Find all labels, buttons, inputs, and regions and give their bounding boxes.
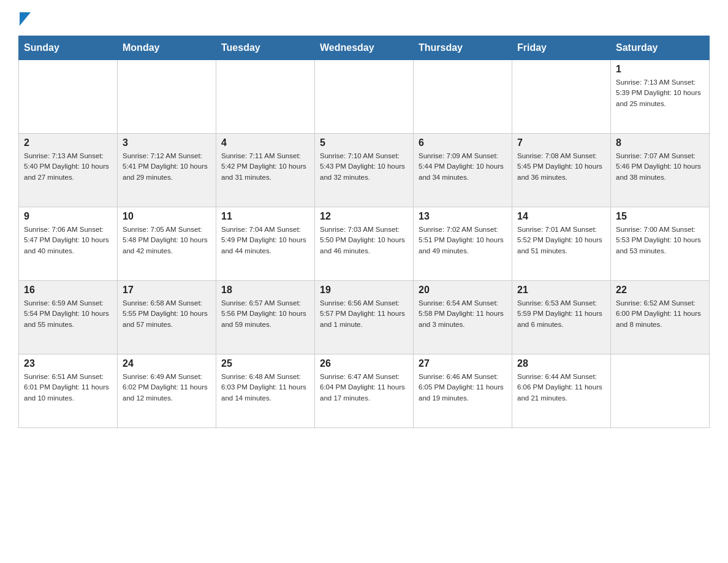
day-info: Sunrise: 6:52 AM Sunset: 6:00 PM Dayligh…	[616, 298, 704, 330]
day-info: Sunrise: 6:44 AM Sunset: 6:06 PM Dayligh…	[517, 372, 605, 404]
day-info: Sunrise: 7:08 AM Sunset: 5:45 PM Dayligh…	[517, 151, 605, 183]
calendar-cell: 6Sunrise: 7:09 AM Sunset: 5:44 PM Daylig…	[414, 134, 512, 207]
day-info: Sunrise: 7:00 AM Sunset: 5:53 PM Dayligh…	[616, 224, 704, 256]
calendar-cell: 7Sunrise: 7:08 AM Sunset: 5:45 PM Daylig…	[512, 134, 611, 207]
day-number: 22	[616, 285, 704, 296]
calendar-cell: 11Sunrise: 7:04 AM Sunset: 5:49 PM Dayli…	[216, 207, 315, 281]
day-info: Sunrise: 7:04 AM Sunset: 5:49 PM Dayligh…	[221, 224, 309, 256]
day-number: 20	[419, 285, 507, 296]
day-number: 10	[123, 211, 211, 222]
day-number: 2	[24, 137, 112, 148]
calendar-cell	[414, 60, 512, 134]
calendar-cell: 3Sunrise: 7:12 AM Sunset: 5:41 PM Daylig…	[118, 134, 216, 207]
day-number: 13	[419, 211, 507, 222]
logo-arrow-icon	[20, 12, 31, 26]
day-number: 15	[616, 211, 704, 222]
day-number: 14	[517, 211, 605, 222]
day-of-week-header: Friday	[512, 36, 611, 60]
calendar-cell	[216, 60, 315, 134]
day-info: Sunrise: 6:57 AM Sunset: 5:56 PM Dayligh…	[221, 298, 309, 330]
calendar-cell: 13Sunrise: 7:02 AM Sunset: 5:51 PM Dayli…	[414, 207, 512, 281]
day-number: 5	[320, 137, 408, 148]
day-number: 9	[24, 211, 112, 222]
day-info: Sunrise: 6:56 AM Sunset: 5:57 PM Dayligh…	[320, 298, 408, 330]
calendar-cell: 26Sunrise: 6:47 AM Sunset: 6:04 PM Dayli…	[315, 354, 414, 428]
calendar-cell: 2Sunrise: 7:13 AM Sunset: 5:40 PM Daylig…	[19, 134, 118, 207]
day-number: 23	[24, 358, 112, 369]
day-of-week-header: Tuesday	[216, 36, 315, 60]
day-number: 4	[221, 137, 309, 148]
calendar-cell: 1Sunrise: 7:13 AM Sunset: 5:39 PM Daylig…	[611, 60, 710, 134]
calendar-cell: 20Sunrise: 6:54 AM Sunset: 5:58 PM Dayli…	[414, 281, 512, 354]
day-info: Sunrise: 6:51 AM Sunset: 6:01 PM Dayligh…	[24, 372, 112, 404]
calendar-cell: 22Sunrise: 6:52 AM Sunset: 6:00 PM Dayli…	[611, 281, 710, 354]
day-info: Sunrise: 6:49 AM Sunset: 6:02 PM Dayligh…	[123, 372, 211, 404]
day-of-week-header: Monday	[118, 36, 216, 60]
calendar-cell: 9Sunrise: 7:06 AM Sunset: 5:47 PM Daylig…	[19, 207, 118, 281]
day-number: 19	[320, 285, 408, 296]
day-of-week-header: Saturday	[611, 36, 710, 60]
day-of-week-header: Thursday	[414, 36, 512, 60]
calendar-cell: 17Sunrise: 6:58 AM Sunset: 5:55 PM Dayli…	[118, 281, 216, 354]
day-info: Sunrise: 7:06 AM Sunset: 5:47 PM Dayligh…	[24, 224, 112, 256]
day-info: Sunrise: 7:03 AM Sunset: 5:50 PM Dayligh…	[320, 224, 408, 256]
day-number: 16	[24, 285, 112, 296]
day-number: 24	[123, 358, 211, 369]
day-number: 18	[221, 285, 309, 296]
day-info: Sunrise: 6:54 AM Sunset: 5:58 PM Dayligh…	[419, 298, 507, 330]
calendar-table: SundayMondayTuesdayWednesdayThursdayFrid…	[18, 36, 710, 428]
day-number: 27	[419, 358, 507, 369]
calendar-cell	[19, 60, 118, 134]
day-number: 21	[517, 285, 605, 296]
calendar-cell	[512, 60, 611, 134]
day-info: Sunrise: 7:12 AM Sunset: 5:41 PM Dayligh…	[123, 151, 211, 183]
logo	[18, 12, 31, 29]
day-info: Sunrise: 7:09 AM Sunset: 5:44 PM Dayligh…	[419, 151, 507, 183]
calendar-cell: 10Sunrise: 7:05 AM Sunset: 5:48 PM Dayli…	[118, 207, 216, 281]
calendar-cell: 14Sunrise: 7:01 AM Sunset: 5:52 PM Dayli…	[512, 207, 611, 281]
calendar-week-row: 23Sunrise: 6:51 AM Sunset: 6:01 PM Dayli…	[19, 354, 710, 428]
day-info: Sunrise: 6:59 AM Sunset: 5:54 PM Dayligh…	[24, 298, 112, 330]
day-info: Sunrise: 6:58 AM Sunset: 5:55 PM Dayligh…	[123, 298, 211, 330]
calendar-week-row: 9Sunrise: 7:06 AM Sunset: 5:47 PM Daylig…	[19, 207, 710, 281]
calendar-cell	[118, 60, 216, 134]
day-info: Sunrise: 7:07 AM Sunset: 5:46 PM Dayligh…	[616, 151, 704, 183]
calendar-cell: 16Sunrise: 6:59 AM Sunset: 5:54 PM Dayli…	[19, 281, 118, 354]
calendar-cell: 24Sunrise: 6:49 AM Sunset: 6:02 PM Dayli…	[118, 354, 216, 428]
calendar-cell: 23Sunrise: 6:51 AM Sunset: 6:01 PM Dayli…	[19, 354, 118, 428]
day-info: Sunrise: 7:10 AM Sunset: 5:43 PM Dayligh…	[320, 151, 408, 183]
calendar-header-row: SundayMondayTuesdayWednesdayThursdayFrid…	[19, 36, 710, 60]
day-number: 1	[616, 64, 704, 75]
calendar-cell: 25Sunrise: 6:48 AM Sunset: 6:03 PM Dayli…	[216, 354, 315, 428]
day-info: Sunrise: 7:11 AM Sunset: 5:42 PM Dayligh…	[221, 151, 309, 183]
day-number: 17	[123, 285, 211, 296]
day-number: 7	[517, 137, 605, 148]
calendar-cell: 28Sunrise: 6:44 AM Sunset: 6:06 PM Dayli…	[512, 354, 611, 428]
day-info: Sunrise: 7:05 AM Sunset: 5:48 PM Dayligh…	[123, 224, 211, 256]
calendar-cell: 19Sunrise: 6:56 AM Sunset: 5:57 PM Dayli…	[315, 281, 414, 354]
day-number: 28	[517, 358, 605, 369]
day-number: 8	[616, 137, 704, 148]
day-info: Sunrise: 6:47 AM Sunset: 6:04 PM Dayligh…	[320, 372, 408, 404]
day-info: Sunrise: 7:01 AM Sunset: 5:52 PM Dayligh…	[517, 224, 605, 256]
day-info: Sunrise: 6:53 AM Sunset: 5:59 PM Dayligh…	[517, 298, 605, 330]
calendar-cell: 18Sunrise: 6:57 AM Sunset: 5:56 PM Dayli…	[216, 281, 315, 354]
day-info: Sunrise: 6:48 AM Sunset: 6:03 PM Dayligh…	[221, 372, 309, 404]
day-of-week-header: Sunday	[19, 36, 118, 60]
page-header	[18, 12, 710, 29]
day-number: 11	[221, 211, 309, 222]
day-number: 6	[419, 137, 507, 148]
calendar-cell	[611, 354, 710, 428]
day-info: Sunrise: 7:13 AM Sunset: 5:40 PM Dayligh…	[24, 151, 112, 183]
calendar-week-row: 16Sunrise: 6:59 AM Sunset: 5:54 PM Dayli…	[19, 281, 710, 354]
calendar-cell	[315, 60, 414, 134]
calendar-cell: 15Sunrise: 7:00 AM Sunset: 5:53 PM Dayli…	[611, 207, 710, 281]
day-number: 26	[320, 358, 408, 369]
calendar-cell: 8Sunrise: 7:07 AM Sunset: 5:46 PM Daylig…	[611, 134, 710, 207]
day-number: 12	[320, 211, 408, 222]
day-info: Sunrise: 7:02 AM Sunset: 5:51 PM Dayligh…	[419, 224, 507, 256]
day-number: 3	[123, 137, 211, 148]
svg-marker-0	[20, 12, 31, 26]
calendar-cell: 5Sunrise: 7:10 AM Sunset: 5:43 PM Daylig…	[315, 134, 414, 207]
calendar-cell: 12Sunrise: 7:03 AM Sunset: 5:50 PM Dayli…	[315, 207, 414, 281]
